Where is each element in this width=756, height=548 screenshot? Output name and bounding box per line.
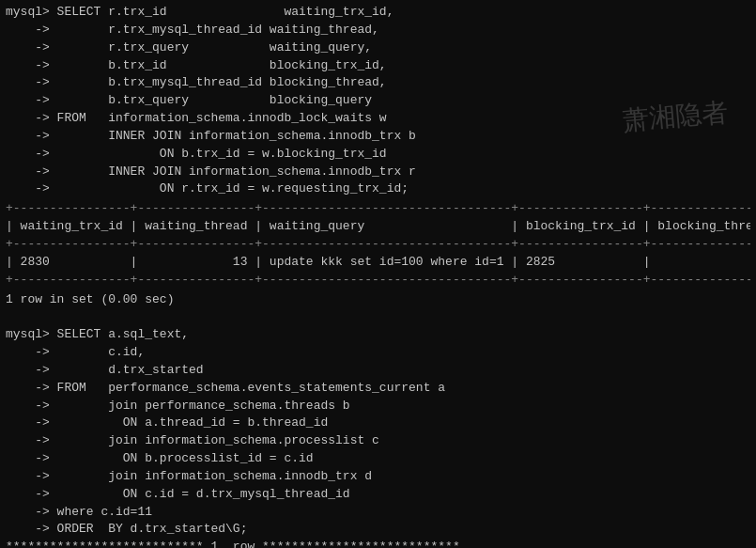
table1-top-separator: +----------------+----------------+-----…	[6, 200, 750, 218]
query1-line-9: -> ON b.trx_id = w.blocking_trx_id	[6, 146, 750, 164]
result-table-1: +----------------+----------------+-----…	[6, 200, 750, 289]
terminal-window: 萧湘隐者 mysql> SELECT r.trx_id waiting_trx_…	[0, 0, 756, 548]
query2-line-6: -> ON a.thread_id = b.thread_id	[6, 415, 750, 432]
query1-line-1: mysql> SELECT r.trx_id waiting_trx_id,	[6, 4, 750, 22]
query2-line-1: mysql> SELECT a.sql_text,	[6, 326, 750, 344]
query2-block: mysql> SELECT a.sql_text, -> c.id, -> d.…	[6, 326, 750, 539]
query1-line-6: -> b.trx_query blocking_query	[6, 92, 750, 110]
result1-text: 1 row in set (0.00 sec)	[6, 291, 750, 309]
query2-line-11: -> where c.id=11	[6, 504, 750, 522]
query1-line-2: -> r.trx_mysql_thread_id waiting_thread,	[6, 22, 750, 39]
query2-line-10: -> ON c.id = d.trx_mysql_thread_id	[6, 486, 750, 504]
query1-line-4: -> b.trx_id blocking_trx_id,	[6, 57, 750, 75]
query1-line-5: -> b.trx_mysql_thread_id blocking_thread…	[6, 74, 750, 92]
query2-line-2: -> c.id,	[6, 344, 750, 362]
query2-line-8: -> ON b.processlist_id = c.id	[6, 450, 750, 468]
table1-bottom-separator: +----------------+----------------+-----…	[6, 272, 750, 290]
result2-row-header: *************************** 1. row *****…	[6, 539, 750, 548]
query2-line-9: -> join information_schema.innodb_trx d	[6, 468, 750, 486]
query1-line-10: -> INNER JOIN information_schema.innodb_…	[6, 164, 750, 181]
query2-line-4: -> FROM performance_schema.events_statem…	[6, 380, 750, 398]
query1-line-11: -> ON r.trx_id = w.requesting_trx_id;	[6, 180, 750, 198]
query2-line-12: -> ORDER BY d.trx_started\G;	[6, 521, 750, 539]
table1-row: | 2830 | 13 | update kkk set id=100 wher…	[6, 254, 750, 272]
query2-line-5: -> join performance_schema.threads b	[6, 398, 750, 415]
table1-mid-separator: +----------------+----------------+-----…	[6, 236, 750, 254]
query1-line-3: -> r.trx_query waiting_query,	[6, 39, 750, 57]
query1-line-8: -> INNER JOIN information_schema.innodb_…	[6, 128, 750, 146]
empty-line-1	[6, 308, 750, 326]
result2-block: *************************** 1. row *****…	[6, 539, 750, 548]
query1-block: mysql> SELECT r.trx_id waiting_trx_id, -…	[6, 4, 750, 198]
query2-line-3: -> d.trx_started	[6, 362, 750, 380]
query1-line-7: -> FROM information_schema.innodb_lock_w…	[6, 110, 750, 128]
query2-line-7: -> join information_schema.processlist c	[6, 432, 750, 450]
table1-header: | waiting_trx_id | waiting_thread | wait…	[6, 218, 750, 236]
